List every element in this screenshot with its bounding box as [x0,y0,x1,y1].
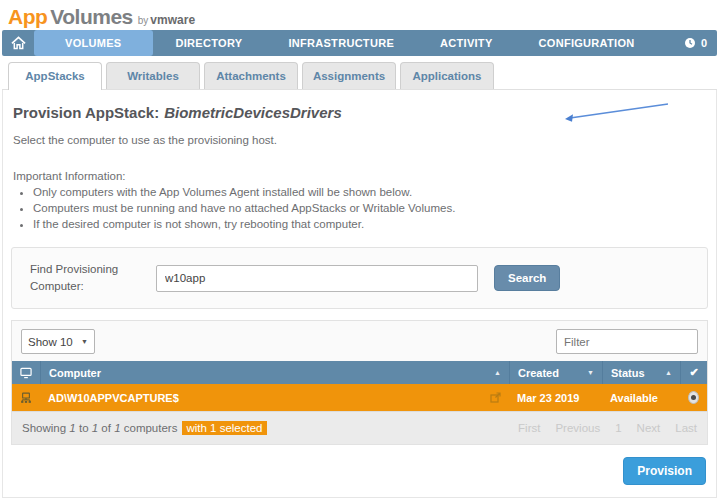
main-frame: AppStacks Writables Attachments Assignme… [2,62,717,498]
info-heading: Important Information: [13,170,708,182]
show-entries-select[interactable]: Show 10 ▼ [21,329,95,354]
pagination-first[interactable]: First [518,422,540,434]
logo-vmware-text: vmware [150,13,195,27]
nav-directory[interactable]: DIRECTORY [153,30,266,56]
important-information: Important Information: Only computers wi… [11,170,708,230]
showing-summary: Showing 1 to 1 of 1 computers [22,422,177,434]
search-button[interactable]: Search [494,265,560,291]
pagination-page-1[interactable]: 1 [615,422,621,434]
appstack-name: BiometricDevicesDrivers [164,104,342,121]
column-select[interactable]: ✔ [680,361,707,384]
computer-row[interactable]: AD\W10APPVCAPTURE$ Mar 23 2019 Available [12,384,707,411]
selected-count-badge: with 1 selected [182,421,266,435]
page-title: Provision AppStack:BiometricDevicesDrive… [11,104,708,121]
column-created[interactable]: Created ▼ [509,361,602,384]
external-link-icon[interactable] [490,392,501,403]
sort-asc-icon: ▲ [494,369,501,376]
main-navbar: VOLUMES DIRECTORY INFRASTRUCTURE ACTIVIT… [2,30,717,56]
nav-infrastructure[interactable]: INFRASTRUCTURE [265,30,417,56]
pagination-last[interactable]: Last [675,422,697,434]
logo-app-text: App [8,5,47,29]
provision-button[interactable]: Provision [623,457,706,485]
column-computer-type[interactable] [12,361,40,384]
info-bullet: Computers must be running and have no at… [33,202,708,214]
filter-input[interactable] [556,329,698,354]
home-icon [11,36,26,50]
tab-attachments[interactable]: Attachments [204,62,298,89]
tab-assignments[interactable]: Assignments [302,62,396,89]
find-computer-input[interactable] [156,265,478,292]
logo-by-text: by [138,15,149,26]
list-controls: Show 10 ▼ [12,321,707,361]
pending-activity-indicator[interactable]: 0 [684,30,717,56]
computer-row-type-cell [12,384,40,411]
computer-created-cell: Mar 23 2019 [509,384,602,411]
app-logo: App Volumes by vmware [0,0,719,30]
pending-activity-count: 0 [701,37,707,49]
find-computer-label: Find Provisioning Computer: [30,261,142,294]
tab-writables[interactable]: Writables [106,62,200,89]
networked-computer-icon [20,390,32,406]
info-bullet: Only computers with the App Volumes Agen… [33,186,708,198]
pagination-next[interactable]: Next [637,422,661,434]
computer-name: AD\W10APPVCAPTURE$ [48,392,179,404]
tab-strip: AppStacks Writables Attachments Assignme… [2,62,717,90]
nav-configuration[interactable]: CONFIGURATION [516,30,658,56]
column-computer-label: Computer [49,367,101,379]
computers-list-panel: Show 10 ▼ Computer ▲ Created [11,320,708,445]
column-created-label: Created [518,367,559,379]
page-subtitle: Select the computer to use as the provis… [11,134,708,146]
show-entries-value: Show 10 [28,336,73,348]
info-bullet: If the desired computer is not shown, tr… [33,218,708,230]
list-footer: Showing 1 to 1 of 1 computers with 1 sel… [12,411,707,444]
nav-activity[interactable]: ACTIVITY [417,30,516,56]
clock-icon [684,37,696,49]
computer-status-cell: Available [602,384,680,411]
provision-row: Provision [11,457,708,485]
radio-selected[interactable] [688,391,699,404]
tab-appstacks[interactable]: AppStacks [8,62,102,90]
column-status-label: Status [611,367,645,379]
column-status[interactable]: Status ▲ [602,361,680,384]
page-title-prefix: Provision AppStack: [13,104,159,121]
computers-table-header: Computer ▲ Created ▼ Status ▲ ✔ [12,361,707,384]
chevron-down-icon: ▼ [81,338,88,345]
sort-desc-icon: ▼ [587,369,594,376]
monitor-icon [20,367,32,379]
sort-asc-icon: ▲ [665,369,672,376]
column-computer[interactable]: Computer ▲ [40,361,509,384]
content-panel: Provision AppStack:BiometricDevicesDrive… [2,90,717,498]
find-computer-panel: Find Provisioning Computer: Search [11,247,708,309]
logo-volumes-text: Volumes [50,5,132,29]
computer-select-cell [680,384,707,411]
pagination-previous[interactable]: Previous [555,422,600,434]
home-button[interactable] [2,30,34,56]
check-icon: ✔ [689,366,698,379]
pagination: First Previous 1 Next Last [518,422,697,434]
computer-name-cell: AD\W10APPVCAPTURE$ [40,384,509,411]
tab-applications[interactable]: Applications [400,62,494,89]
nav-volumes[interactable]: VOLUMES [34,30,153,56]
